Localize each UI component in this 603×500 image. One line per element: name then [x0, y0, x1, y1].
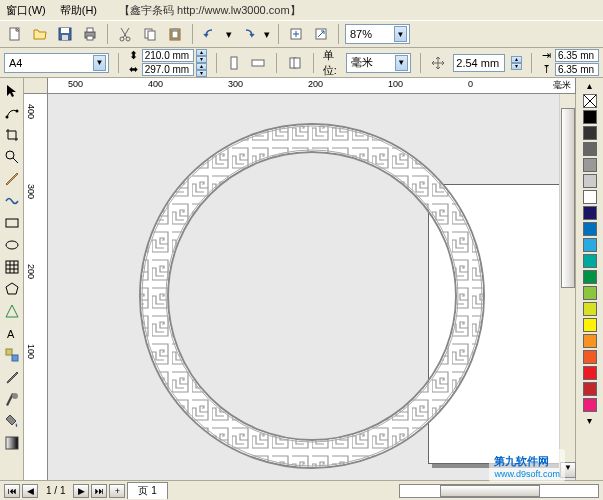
swatch[interactable]: [583, 398, 597, 412]
height-down[interactable]: ▾: [196, 70, 207, 77]
copy-button[interactable]: [139, 23, 161, 45]
paper-input[interactable]: [9, 57, 89, 69]
page-prev[interactable]: ◀: [22, 484, 38, 498]
scroll-thumb-h[interactable]: [440, 485, 540, 497]
unit-combo[interactable]: ▼: [346, 53, 411, 73]
canvas[interactable]: [48, 94, 575, 498]
pages-button[interactable]: [286, 52, 304, 74]
ruler-vertical[interactable]: 400 300 200 100: [24, 94, 48, 498]
save-button[interactable]: [54, 23, 76, 45]
palette-up[interactable]: ▴: [587, 80, 592, 91]
nudge-input[interactable]: [453, 54, 505, 72]
width-down[interactable]: ▾: [196, 56, 207, 63]
new-button[interactable]: [4, 23, 26, 45]
scrollbar-vertical[interactable]: ▲ ▼: [559, 78, 575, 478]
swatch[interactable]: [583, 270, 597, 284]
nudge-up[interactable]: ▴: [511, 56, 522, 63]
cut-button[interactable]: [114, 23, 136, 45]
swatch[interactable]: [583, 382, 597, 396]
basic-shapes-tool[interactable]: [1, 300, 23, 322]
swatch[interactable]: [583, 142, 597, 156]
page-tab[interactable]: 页 1: [127, 482, 167, 499]
swatch[interactable]: [583, 286, 597, 300]
swatch[interactable]: [583, 334, 597, 348]
ellipse-tool[interactable]: [1, 234, 23, 256]
page-last[interactable]: ⏭: [91, 484, 107, 498]
fill-tool[interactable]: [1, 410, 23, 432]
portrait-button[interactable]: [225, 52, 243, 74]
graph-paper-tool[interactable]: [1, 256, 23, 278]
swatch[interactable]: [583, 254, 597, 268]
svg-rect-28: [12, 355, 18, 361]
swatch[interactable]: [583, 222, 597, 236]
swatch[interactable]: [583, 174, 597, 188]
zoom-input[interactable]: [350, 28, 390, 40]
page-width-input[interactable]: [142, 49, 194, 62]
page-height-input[interactable]: [142, 63, 194, 76]
palette-down[interactable]: ▾: [587, 415, 592, 426]
height-icon: ⬌: [128, 64, 140, 76]
outline-tool[interactable]: [1, 388, 23, 410]
open-button[interactable]: [29, 23, 51, 45]
export-button[interactable]: [310, 23, 332, 45]
polygon-tool[interactable]: [1, 278, 23, 300]
menu-window[interactable]: 窗口(W): [6, 3, 46, 18]
height-up[interactable]: ▴: [196, 63, 207, 70]
zoom-tool[interactable]: [1, 146, 23, 168]
scrollbar-horizontal[interactable]: [399, 484, 599, 498]
swatch-white[interactable]: [583, 190, 597, 204]
unit-input[interactable]: [351, 57, 391, 69]
swatch[interactable]: [583, 302, 597, 316]
width-up[interactable]: ▴: [196, 49, 207, 56]
undo-button[interactable]: [199, 23, 221, 45]
page-add[interactable]: +: [109, 484, 125, 498]
unit-dropdown-icon[interactable]: ▼: [395, 55, 408, 71]
menu-bar: 窗口(W) 帮助(H) 【鑫宇条码 http://www.lw3000.com】: [0, 0, 603, 20]
page-counter: 1 / 1: [40, 485, 71, 496]
page-next[interactable]: ▶: [73, 484, 89, 498]
redo-button[interactable]: [237, 23, 259, 45]
swatch-black[interactable]: [583, 110, 597, 124]
rectangle-tool[interactable]: [1, 212, 23, 234]
scroll-thumb-v[interactable]: [561, 108, 575, 288]
swatch[interactable]: [583, 238, 597, 252]
text-tool[interactable]: A: [1, 322, 23, 344]
decorative-ring-artwork[interactable]: [132, 116, 492, 476]
eyedropper-tool[interactable]: [1, 366, 23, 388]
swatch[interactable]: [583, 350, 597, 364]
swatch[interactable]: [583, 126, 597, 140]
dup-x-input[interactable]: [555, 49, 599, 62]
import-button[interactable]: [285, 23, 307, 45]
shape-tool[interactable]: [1, 102, 23, 124]
swatch[interactable]: [583, 366, 597, 380]
paste-button[interactable]: [164, 23, 186, 45]
crop-tool[interactable]: [1, 124, 23, 146]
dup-y-input[interactable]: [555, 63, 599, 76]
svg-rect-2: [61, 28, 69, 33]
swatch-none[interactable]: [583, 94, 597, 108]
redo-dropdown[interactable]: ▾: [262, 23, 272, 45]
swatch[interactable]: [583, 318, 597, 332]
svg-rect-13: [172, 28, 178, 31]
zoom-combo[interactable]: ▼: [345, 24, 410, 44]
paper-dropdown-icon[interactable]: ▼: [93, 55, 106, 71]
menu-help[interactable]: 帮助(H): [60, 3, 97, 18]
undo-dropdown[interactable]: ▾: [224, 23, 234, 45]
svg-rect-10: [148, 31, 155, 40]
ruler-horizontal[interactable]: 500 400 300 200 100 0 毫米: [48, 78, 575, 94]
paper-combo[interactable]: ▼: [4, 53, 109, 73]
svg-rect-19: [294, 58, 300, 68]
swatch[interactable]: [583, 206, 597, 220]
interactive-blend-tool[interactable]: [1, 344, 23, 366]
pick-tool[interactable]: [1, 80, 23, 102]
landscape-button[interactable]: [249, 52, 267, 74]
zoom-dropdown-icon[interactable]: ▼: [394, 26, 407, 42]
swatch[interactable]: [583, 158, 597, 172]
page-first[interactable]: ⏮: [4, 484, 20, 498]
smart-drawing-tool[interactable]: [1, 190, 23, 212]
nudge-down[interactable]: ▾: [511, 63, 522, 70]
freehand-tool[interactable]: [1, 168, 23, 190]
interactive-fill-tool[interactable]: [1, 432, 23, 454]
print-button[interactable]: [79, 23, 101, 45]
ruler-origin[interactable]: [24, 78, 48, 94]
